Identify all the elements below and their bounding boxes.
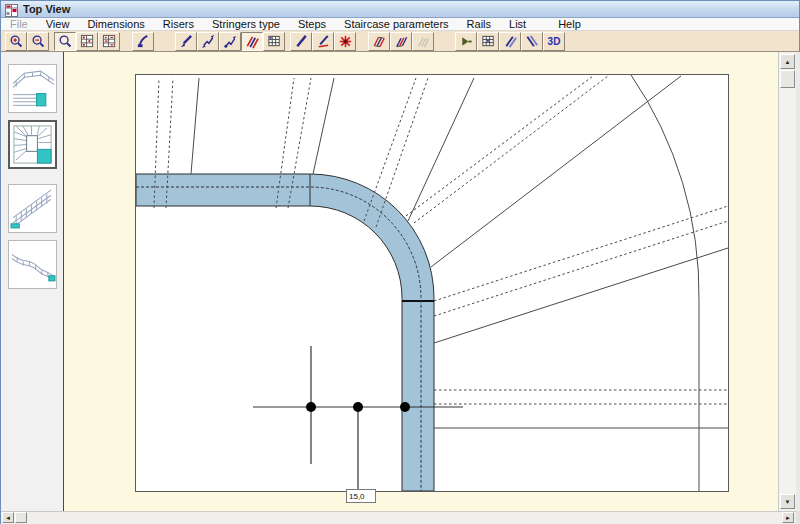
- list-table-icon: [481, 34, 496, 49]
- menu-bar: FileViewDimensionsRisersStringers typeSt…: [1, 18, 799, 31]
- apply-arrow-button[interactable]: [455, 32, 477, 51]
- sidebar-thumbnail-stringer-3d-view[interactable]: [8, 240, 57, 289]
- toolbar-group-4: [175, 32, 285, 51]
- list-table-button[interactable]: [477, 32, 499, 51]
- steps-hatch-disabled-button: [412, 32, 434, 51]
- stringer-band[interactable]: [136, 174, 434, 491]
- drawing-canvas[interactable]: [135, 74, 729, 492]
- toolbar-group-5: [290, 32, 356, 51]
- stringer-line-button[interactable]: [175, 32, 197, 51]
- vertical-scrollbar[interactable]: ▲ ▼: [778, 52, 796, 511]
- toolbar-group-7: 3D: [455, 32, 565, 51]
- menu-item-steps[interactable]: Steps: [289, 18, 335, 31]
- select-line-button[interactable]: [132, 32, 154, 51]
- horizontal-scroll-thumb[interactable]: [15, 512, 27, 523]
- stringer-hatch-icon: [245, 34, 260, 49]
- workspace: [64, 52, 778, 511]
- stringer-table-icon: [267, 34, 282, 49]
- riser-burst-button[interactable]: [334, 32, 356, 51]
- title-bar: Top View: [1, 1, 799, 18]
- steps-hatch-down-button[interactable]: [390, 32, 412, 51]
- zoom-window-icon: [58, 34, 73, 49]
- rails-parallel-alt-button[interactable]: [521, 32, 543, 51]
- vertical-scroll-thumb[interactable]: [780, 70, 795, 88]
- window-title: Top View: [23, 3, 70, 15]
- control-point-handle[interactable]: [306, 402, 316, 412]
- steps-hatch-disabled-icon: [416, 34, 431, 49]
- window-edge: [796, 52, 800, 511]
- scroll-left-button[interactable]: ◄: [2, 512, 14, 523]
- view-thumbnail-sidebar: [1, 52, 64, 511]
- steps-hatch-up-icon: [372, 34, 387, 49]
- stringer-zigzag-double-icon: [201, 34, 216, 49]
- menu-item-stringers-type[interactable]: Stringers type: [203, 18, 289, 31]
- steps-hatch-down-icon: [394, 34, 409, 49]
- window-icon: [5, 3, 18, 16]
- stringer-hatch-button[interactable]: [241, 32, 263, 51]
- scroll-right-button[interactable]: ►: [782, 512, 794, 523]
- rails-parallel-alt-icon: [525, 34, 540, 49]
- apply-arrow-icon: [459, 34, 474, 49]
- view-3d-icon: 3D: [548, 36, 561, 47]
- riser-line-icon: [294, 34, 309, 49]
- menu-item-help[interactable]: Help: [549, 18, 590, 31]
- menu-item-dimensions[interactable]: Dimensions: [78, 18, 153, 31]
- stringer-line-icon: [179, 34, 194, 49]
- rails-parallel-button[interactable]: [499, 32, 521, 51]
- rails-parallel-icon: [503, 34, 518, 49]
- scrollbar-corner: [796, 511, 800, 524]
- zoom-out-icon: [31, 34, 46, 49]
- sidebar-thumbnail-top-view[interactable]: [8, 120, 57, 169]
- riser-line-button[interactable]: [290, 32, 312, 51]
- toolbar-group-1: [5, 32, 49, 51]
- dimension-table-icon: [80, 34, 95, 49]
- steps-hatch-up-button[interactable]: [368, 32, 390, 51]
- projection-dashed-lines: [154, 76, 728, 404]
- menu-item-file: File: [1, 18, 37, 31]
- menu-item-risers[interactable]: Risers: [154, 18, 203, 31]
- side-view-thumbnail-image: [9, 65, 56, 112]
- sidebar-thumbnail-perspective-view[interactable]: [8, 184, 57, 233]
- stringer-zigzag-button[interactable]: [219, 32, 241, 51]
- scroll-down-button[interactable]: ▼: [780, 494, 795, 509]
- menu-item-list[interactable]: List: [500, 18, 535, 31]
- dimension-table-button[interactable]: [76, 32, 98, 51]
- zoom-out-button[interactable]: [27, 32, 49, 51]
- zoom-in-icon: [9, 34, 24, 49]
- perspective-view-thumbnail-image: [9, 185, 56, 232]
- stringer-zigzag-double-button[interactable]: [197, 32, 219, 51]
- toolbar-group-6: [368, 32, 434, 51]
- menu-item-view[interactable]: View: [37, 18, 79, 31]
- dimension-table-alt-button[interactable]: [98, 32, 120, 51]
- sidebar-thumbnail-side-view[interactable]: [8, 64, 57, 113]
- menu-item-rails[interactable]: Rails: [458, 18, 500, 31]
- view-3d-button[interactable]: 3D: [543, 32, 565, 51]
- stringer-table-button[interactable]: [263, 32, 285, 51]
- app-window: Top View FileViewDimensionsRisersStringe…: [0, 0, 800, 524]
- riser-line-marked-icon: [316, 34, 331, 49]
- control-point-handle[interactable]: [353, 402, 363, 412]
- scroll-up-button[interactable]: ▲: [780, 54, 795, 69]
- outer-boundary-arc: [631, 75, 699, 301]
- stringer-3d-view-thumbnail-image: [9, 241, 56, 288]
- top-view-thumbnail-image: [10, 122, 55, 167]
- toolbar-group-2: [54, 32, 120, 51]
- riser-burst-icon: [338, 34, 353, 49]
- toolbar-group-3: [132, 32, 154, 51]
- zoom-window-button[interactable]: [54, 32, 76, 51]
- dimension-value-input[interactable]: [346, 489, 376, 503]
- riser-line-marked-button[interactable]: [312, 32, 334, 51]
- dimension-table-alt-icon: [102, 34, 117, 49]
- zoom-in-button[interactable]: [5, 32, 27, 51]
- horizontal-scrollbar[interactable]: ◄ ►: [1, 511, 796, 524]
- select-line-icon: [136, 34, 151, 49]
- stringer-zigzag-icon: [223, 34, 238, 49]
- menu-item-staircase-parameters[interactable]: Staircase parameters: [335, 18, 458, 31]
- toolbar: 3D: [1, 31, 799, 52]
- control-point-handle[interactable]: [400, 402, 410, 412]
- step-lines: [191, 76, 728, 428]
